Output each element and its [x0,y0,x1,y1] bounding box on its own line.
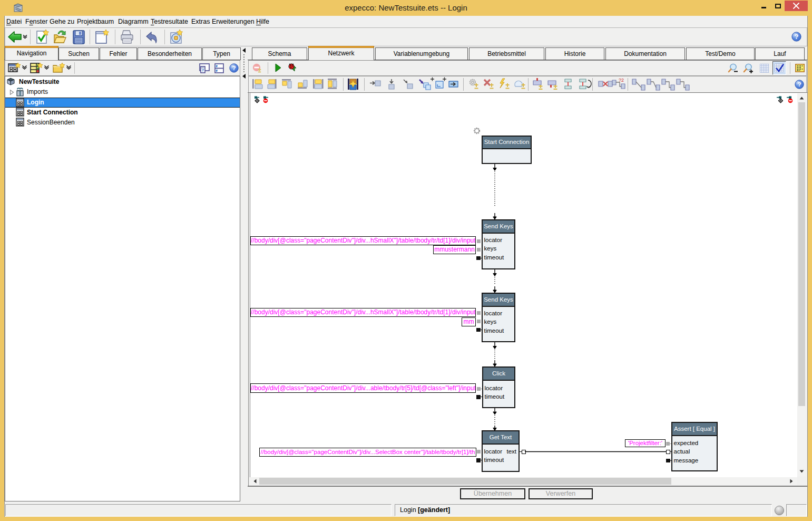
svg-text:?: ? [232,64,236,72]
svg-text:?: ? [795,33,799,41]
svg-text:?: ? [797,81,801,88]
svg-text:?2: ?2 [619,78,624,83]
